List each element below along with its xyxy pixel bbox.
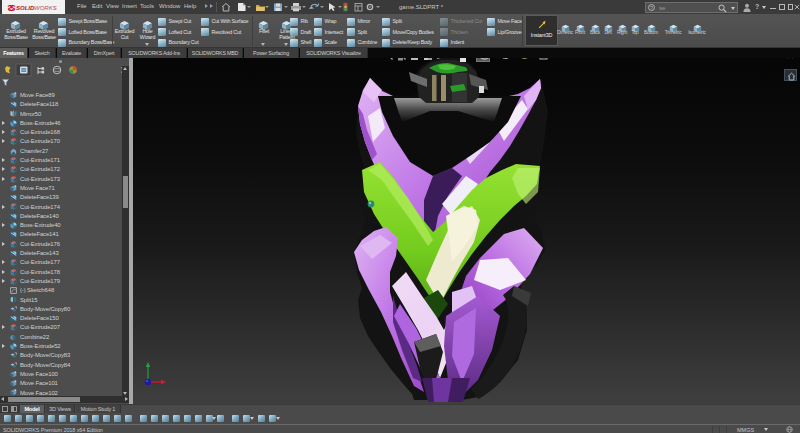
svg-text:SOLID: SOLID <box>16 5 35 11</box>
svg-text:WORKS: WORKS <box>34 5 57 11</box>
